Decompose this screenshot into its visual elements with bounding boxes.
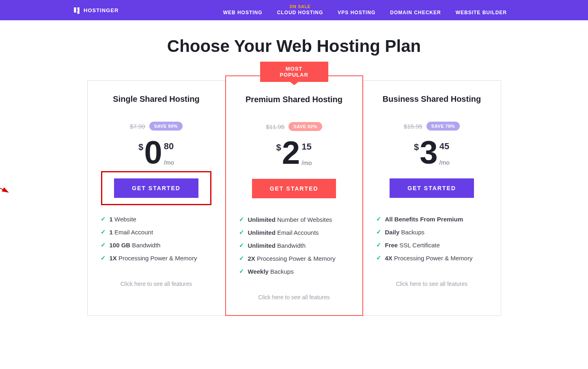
get-started-button[interactable]: GET STARTED (114, 178, 198, 198)
nav-web-hosting[interactable]: WEB HOSTING (223, 10, 263, 15)
feature-item: ✓1 Website (101, 212, 215, 225)
plan-single: Single Shared Hosting $7.99 SAVE 90% $ 0… (87, 80, 225, 316)
svg-marker-1 (2, 187, 9, 193)
check-icon: ✓ (101, 215, 106, 223)
check-icon: ✓ (239, 229, 245, 236)
svg-line-0 (0, 174, 5, 191)
feature-item: ✓2X Processing Power & Memory (239, 252, 353, 265)
save-badge: SAVE 82% (289, 122, 322, 131)
see-all-features-link[interactable]: Click here to see all features (373, 281, 491, 287)
on-sale-badge: ON SALE (277, 5, 323, 9)
nav-vps-hosting[interactable]: VPS HOSTING (338, 10, 375, 15)
feature-item: ✓1X Processing Power & Memory (101, 251, 215, 264)
nav-domain-checker[interactable]: DOMAIN CHECKER (390, 10, 441, 15)
price: $ 2 15 /mo (236, 138, 353, 167)
nav-cloud-hosting[interactable]: ON SALE CLOUD HOSTING (277, 5, 323, 15)
price: $ 0 80 /mo (97, 138, 215, 167)
check-icon: ✓ (239, 268, 245, 275)
price: $ 3 45 /mo (373, 138, 491, 167)
get-started-button[interactable]: GET STARTED (390, 178, 474, 198)
feature-item: ✓Free SSL Certificate (376, 238, 491, 251)
most-popular-ribbon: MOST POPULAR (260, 62, 328, 82)
feature-item: ✓4X Processing Power & Memory (376, 251, 491, 264)
plans-container: Single Shared Hosting $7.99 SAVE 90% $ 0… (0, 80, 588, 332)
plan-title: Business Shared Hosting (373, 94, 491, 104)
plan-business: Business Shared Hosting $15.95 SAVE 78% … (363, 80, 501, 316)
check-icon: ✓ (101, 241, 106, 249)
brand-text: HOSTINGER (84, 7, 118, 13)
check-icon: ✓ (101, 254, 106, 262)
page-title: Choose Your Web Hosting Plan (0, 36, 588, 56)
check-icon: ✓ (376, 228, 382, 236)
feature-item: ✓Weekly Backups (239, 265, 353, 278)
see-all-features-link[interactable]: Click here to see all features (97, 281, 215, 287)
main-nav: WEB HOSTING ON SALE CLOUD HOSTING VPS HO… (223, 5, 507, 15)
plan-title: Premium Shared Hosting (236, 95, 353, 104)
feature-item: ✓100 GB Bandwidth (101, 238, 215, 251)
annotation-arrow-icon (0, 174, 12, 194)
hostinger-icon (73, 6, 80, 14)
check-icon: ✓ (239, 255, 245, 262)
feature-item: ✓Daily Backups (376, 225, 491, 238)
feature-list: ✓Unlimited Number of Websites ✓Unlimited… (239, 213, 353, 278)
check-icon: ✓ (239, 242, 245, 249)
feature-list: ✓All Benefits From Premium ✓Daily Backup… (376, 212, 491, 264)
plan-premium: MOST POPULAR Premium Shared Hosting $11.… (225, 75, 363, 316)
feature-item: ✓All Benefits From Premium (376, 212, 491, 225)
check-icon: ✓ (239, 216, 245, 223)
old-price: $15.95 (404, 123, 422, 130)
check-icon: ✓ (376, 254, 382, 262)
plan-title: Single Shared Hosting (97, 94, 215, 104)
check-icon: ✓ (376, 215, 382, 223)
top-nav: HOSTINGER WEB HOSTING ON SALE CLOUD HOST… (0, 0, 588, 20)
brand-logo[interactable]: HOSTINGER (73, 6, 118, 14)
feature-item: ✓1 Email Account (101, 225, 215, 238)
save-badge: SAVE 90% (149, 122, 183, 131)
save-badge: SAVE 78% (426, 122, 460, 131)
feature-item: ✓Unlimited Email Accounts (239, 226, 353, 239)
feature-item: ✓Unlimited Bandwidth (239, 239, 353, 252)
see-all-features-link[interactable]: Click here to see all features (236, 294, 353, 300)
feature-item: ✓Unlimited Number of Websites (239, 213, 353, 226)
old-price: $7.99 (130, 123, 145, 130)
nav-website-builder[interactable]: WEBSITE BUILDER (456, 10, 507, 15)
feature-list: ✓1 Website ✓1 Email Account ✓100 GB Band… (101, 212, 215, 264)
check-icon: ✓ (376, 241, 382, 249)
check-icon: ✓ (101, 228, 106, 236)
get-started-button[interactable]: GET STARTED (252, 179, 336, 198)
old-price: $11.95 (266, 123, 284, 130)
